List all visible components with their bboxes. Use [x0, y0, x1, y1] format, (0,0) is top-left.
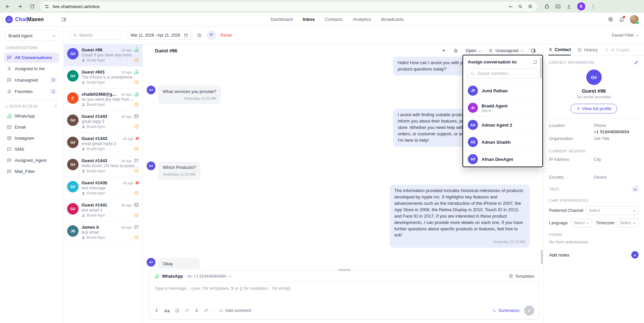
preferred-channel-select[interactable]: Select — [586, 206, 639, 215]
chevron-down-icon — [636, 33, 639, 36]
quick-access-item[interactable]: SMS — [4, 144, 59, 154]
quick-access-label: SMS — [15, 147, 24, 152]
member-row[interactable]: AD Afnan DevAgnt — [463, 150, 542, 167]
tab-ai-copilot[interactable]: AI Copilot — [604, 44, 630, 55]
search-input[interactable] — [79, 33, 118, 38]
member-row[interactable]: AS Adnan Shaikh — [463, 133, 542, 150]
send-button[interactable] — [524, 306, 534, 316]
password-key-icon[interactable] — [508, 4, 513, 9]
popup-scrollbar[interactable] — [540, 57, 542, 78]
status-dropdown[interactable]: Open — [466, 48, 481, 53]
assignee-dropdown[interactable]: Unassigned — [488, 48, 523, 53]
nav-item[interactable]: Contacts — [325, 17, 343, 22]
user-avatar[interactable] — [630, 15, 639, 24]
chat-scrollbar[interactable] — [541, 250, 543, 264]
quick-access-item[interactable]: Email — [4, 122, 59, 132]
conversation-search[interactable] — [69, 31, 122, 40]
add-note-button[interactable]: + — [631, 251, 639, 259]
sidebar-collapse-icon[interactable] — [61, 17, 66, 22]
mic-icon[interactable] — [194, 308, 199, 313]
link-icon[interactable] — [185, 308, 189, 313]
sidebar-item[interactable]: Assigned to me — [4, 63, 59, 74]
view-full-profile-button[interactable]: ↗ View full profile — [571, 104, 617, 113]
message-input[interactable] — [154, 286, 534, 298]
quick-access-item[interactable]: WhatsApp — [4, 111, 59, 121]
conversation-row[interactable]: G# Guest #96 1d ago Great! If you have a… — [64, 44, 142, 66]
quick-access-item[interactable]: Instagram — [4, 133, 59, 143]
conversation-time: 4d ago — [121, 225, 132, 229]
language-select[interactable]: Select — [571, 219, 592, 227]
conversation-row[interactable]: G# Guest #1435 4d ago M test message Bra… — [64, 177, 142, 199]
panel-toggle-icon[interactable] — [531, 48, 536, 53]
saved-filter-dropdown[interactable]: Saved Filter — [611, 33, 639, 38]
quick-access-item[interactable]: Mail_Filter — [4, 166, 59, 177]
quick-reply-lightning-icon[interactable] — [154, 308, 159, 313]
conversation-row[interactable]: JB James b 4d ago test email Bradd Agnt — [64, 222, 142, 244]
zoom-icon[interactable] — [518, 4, 523, 9]
nav-item[interactable]: Inbox — [303, 17, 315, 22]
conversation-row[interactable]: C chatb02468@gmail.... 1d ago do you nee… — [64, 89, 142, 111]
address-bar[interactable]: live.chatmaven.ai/inbox — [40, 2, 537, 11]
nav-item[interactable]: Analytics — [353, 17, 371, 22]
sms-icon — [7, 147, 12, 152]
chevron-down-icon[interactable] — [5, 104, 8, 107]
extensions-icon[interactable] — [544, 4, 550, 9]
bookmark-star-icon[interactable] — [528, 4, 533, 9]
browser-reload-icon[interactable] — [30, 4, 35, 9]
sms-icon — [134, 225, 139, 230]
add-comment-button[interactable]: Add comment — [219, 308, 251, 313]
browser-profile-avatar[interactable]: K — [577, 2, 585, 10]
guest-avatar: G# — [147, 258, 155, 267]
browser-back-icon[interactable] — [5, 4, 10, 9]
summarize-button[interactable]: Summarize — [492, 308, 519, 313]
favorite-filter-star-icon[interactable] — [197, 33, 202, 38]
conversation-row[interactable]: G# Guest #1443 4d ago Hello Kevin, I'm h… — [64, 155, 142, 177]
sidebar-item[interactable]: All Conversations — [4, 52, 59, 63]
attachment-icon[interactable] — [204, 308, 209, 313]
text-format-icon[interactable]: Aa — [164, 308, 170, 313]
downloads-icon[interactable] — [566, 4, 572, 9]
quick-access-gear-icon[interactable] — [54, 104, 58, 108]
avatar: G# — [67, 203, 79, 215]
site-settings-icon[interactable] — [44, 4, 49, 9]
brand-logo[interactable]: ☺ ChatMaven — [5, 16, 58, 23]
member-search[interactable] — [467, 68, 538, 79]
composer-drag-handle[interactable] — [338, 269, 351, 271]
member-row[interactable]: AI Bradd Agent Agent — [463, 99, 542, 116]
tab-contact[interactable]: Contact — [548, 44, 571, 55]
member-search-input[interactable] — [477, 71, 535, 76]
nav-item[interactable]: Broadcasts — [381, 17, 404, 22]
conversation-row[interactable]: G# Guest #1443 4d ago M email gmail repl… — [64, 133, 142, 155]
agent-select[interactable]: Bradd Agent — [4, 30, 59, 41]
avatar: G# — [67, 48, 79, 59]
reset-filters-link[interactable]: Reset — [220, 33, 232, 38]
member-row[interactable]: JP Jund Pathan — [463, 82, 542, 99]
templates-button[interactable]: Templates — [509, 274, 534, 279]
notifications-bell-icon[interactable] — [619, 16, 625, 22]
favorite-star-icon[interactable] — [453, 48, 458, 53]
add-icon[interactable]: + — [442, 48, 446, 54]
quick-access-item[interactable]: Assigned_Agent — [4, 155, 59, 166]
emoji-icon[interactable] — [175, 308, 180, 313]
chevron-down-icon — [52, 34, 56, 37]
conversation-row[interactable]: G# Guest #1441 4d ago test email 3 Bradd… — [64, 199, 142, 222]
member-row[interactable]: AA Adnan Agent 2 — [463, 116, 542, 133]
refresh-icon[interactable] — [533, 60, 538, 64]
edit-pencil-icon[interactable] — [634, 60, 639, 65]
conversation-row[interactable]: G# Guest #1443 4d ago gmail reply 5 Brad… — [64, 111, 142, 133]
date-range-picker[interactable]: Mar 11, 2026 - Apr 11, 2026 — [127, 31, 192, 40]
chevron-down-icon[interactable] — [228, 274, 232, 277]
tab-share-icon[interactable] — [555, 4, 561, 9]
nav-item[interactable]: Dashboard — [270, 17, 293, 22]
conversation-row[interactable]: G# Guest #601 1d ago The iPhone is a sma… — [64, 66, 142, 89]
add-tag-button[interactable]: + — [632, 186, 639, 192]
chevron-down-icon — [521, 48, 524, 52]
timezone-select[interactable]: Select — [617, 219, 639, 227]
browser-menu-icon[interactable] — [591, 4, 596, 9]
settings-gear-icon[interactable] — [608, 16, 613, 22]
sidebar-item[interactable]: Favorites 1 — [4, 86, 59, 97]
sidebar-item[interactable]: Unassigned 9 — [4, 75, 59, 85]
filter-funnel-button[interactable] — [207, 31, 216, 40]
browser-forward-icon[interactable] — [17, 4, 23, 9]
tab-history[interactable]: History — [578, 44, 597, 55]
